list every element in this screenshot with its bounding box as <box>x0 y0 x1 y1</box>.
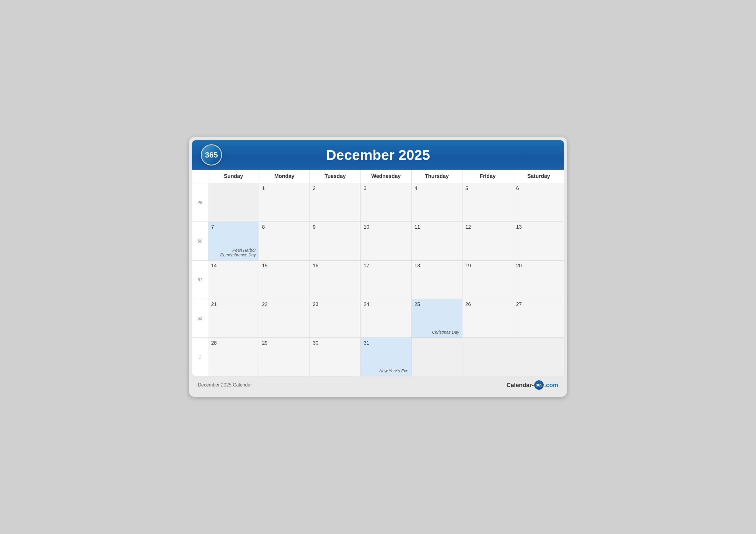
day-cell[interactable]: 5 <box>463 183 513 221</box>
day-number: 22 <box>262 301 307 307</box>
day-number: 26 <box>465 301 510 307</box>
day-number: 9 <box>313 224 357 230</box>
day-cell[interactable]: 19 <box>463 261 513 299</box>
day-number: 2 <box>313 186 357 191</box>
week-number: 52 <box>192 299 208 338</box>
day-number: 28 <box>211 340 256 346</box>
day-cell[interactable]: 9 <box>310 222 361 260</box>
header-title: December 2025 <box>222 147 534 163</box>
day-cell[interactable]: 3 <box>361 183 411 221</box>
brand-prefix: Calendar- <box>506 382 534 389</box>
day-cell[interactable]: 11 <box>412 222 463 260</box>
calendar-inner: 365 December 2025 SundayMondayTuesdayWed… <box>192 140 564 376</box>
day-cell[interactable]: 27 <box>513 299 564 338</box>
day-cell[interactable]: 18 <box>412 261 463 299</box>
calendar-row: 5114151617181920 <box>192 261 564 299</box>
day-cell[interactable]: 25Christmas Day <box>412 299 463 338</box>
week-number: 1 <box>192 338 208 376</box>
dow-cell-saturday: Saturday <box>513 170 564 183</box>
day-cell[interactable]: 20 <box>513 261 564 299</box>
day-number: 29 <box>262 340 307 346</box>
day-cell[interactable]: 1 <box>259 183 310 221</box>
day-cell[interactable]: 2 <box>310 183 361 221</box>
day-number: 20 <box>516 263 561 269</box>
day-cell[interactable]: 15 <box>259 261 310 299</box>
day-number: 4 <box>415 186 459 191</box>
day-cell[interactable]: 12 <box>463 222 513 260</box>
day-cell[interactable]: 26 <box>463 299 513 338</box>
calendar-grid: 49123456507Pearl Harbor Remembrance Day8… <box>192 183 564 376</box>
calendar-row: 522122232425Christmas Day2627 <box>192 299 564 338</box>
day-number: 31 <box>364 340 408 346</box>
day-cell[interactable]: 13 <box>513 222 564 260</box>
day-number: 11 <box>415 224 459 230</box>
day-number: 13 <box>516 224 561 230</box>
week-spacer <box>192 170 208 183</box>
day-cell[interactable] <box>412 338 463 376</box>
logo-circle: 365 <box>201 144 222 165</box>
day-number: 14 <box>211 263 256 269</box>
day-number: 25 <box>415 301 459 307</box>
day-cell[interactable]: 23 <box>310 299 361 338</box>
dow-cell-friday: Friday <box>463 170 513 183</box>
day-number: 24 <box>364 301 408 307</box>
day-number: 27 <box>516 301 561 307</box>
day-number: 15 <box>262 263 307 269</box>
day-number: 6 <box>516 186 561 191</box>
day-cell[interactable]: 17 <box>361 261 411 299</box>
day-cell[interactable]: 22 <box>259 299 310 338</box>
day-cell[interactable]: 8 <box>259 222 310 260</box>
footer-brand: Calendar- 365 .com <box>506 380 558 390</box>
footer-label: December 2025 Calendar <box>198 382 252 388</box>
day-number: 3 <box>364 186 408 191</box>
dow-cell-tuesday: Tuesday <box>310 170 361 183</box>
calendar-footer: December 2025 Calendar Calendar- 365 .co… <box>192 376 564 394</box>
dow-cell-sunday: Sunday <box>208 170 259 183</box>
day-cell[interactable]: 16 <box>310 261 361 299</box>
day-cell[interactable]: 30 <box>310 338 361 376</box>
week-number: 51 <box>192 261 208 299</box>
dow-cell-thursday: Thursday <box>412 170 463 183</box>
day-cell[interactable]: 4 <box>412 183 463 221</box>
brand-suffix: .com <box>544 382 558 389</box>
brand-365: 365 <box>534 380 544 390</box>
day-number: 16 <box>313 263 357 269</box>
day-number: 7 <box>211 224 256 230</box>
day-number: 5 <box>465 186 510 191</box>
day-cell[interactable] <box>463 338 513 376</box>
day-event: Pearl Harbor Remembrance Day <box>208 248 256 257</box>
day-cell[interactable]: 24 <box>361 299 411 338</box>
day-cell[interactable]: 7Pearl Harbor Remembrance Day <box>208 222 259 260</box>
day-event: New Year's Eve <box>379 369 408 373</box>
day-number: 10 <box>364 224 408 230</box>
day-event: Christmas Day <box>432 330 459 335</box>
dow-cell-monday: Monday <box>259 170 310 183</box>
week-number: 49 <box>192 183 208 221</box>
day-cell[interactable]: 14 <box>208 261 259 299</box>
day-number: 23 <box>313 301 357 307</box>
day-number: 30 <box>313 340 357 346</box>
day-number: 21 <box>211 301 256 307</box>
day-cell[interactable]: 29 <box>259 338 310 376</box>
day-cell[interactable]: 31New Year's Eve <box>361 338 411 376</box>
day-number: 12 <box>465 224 510 230</box>
day-number: 1 <box>262 186 307 191</box>
day-cell[interactable] <box>513 338 564 376</box>
day-cell[interactable]: 10 <box>361 222 411 260</box>
day-cell[interactable]: 6 <box>513 183 564 221</box>
calendar-row: 49123456 <box>192 183 564 222</box>
day-cell[interactable]: 28 <box>208 338 259 376</box>
calendar-header: 365 December 2025 <box>192 140 564 170</box>
calendar-wrapper: 365 December 2025 SundayMondayTuesdayWed… <box>189 137 567 397</box>
dow-row: SundayMondayTuesdayWednesdayThursdayFrid… <box>192 170 564 183</box>
day-number: 19 <box>465 263 510 269</box>
calendar-row: 128293031New Year's Eve <box>192 338 564 376</box>
day-number: 18 <box>415 263 459 269</box>
day-number: 8 <box>262 224 307 230</box>
day-cell[interactable] <box>208 183 259 221</box>
dow-cell-wednesday: Wednesday <box>361 170 411 183</box>
calendar-row: 507Pearl Harbor Remembrance Day891011121… <box>192 222 564 261</box>
day-cell[interactable]: 21 <box>208 299 259 338</box>
day-number: 17 <box>364 263 408 269</box>
week-number: 50 <box>192 222 208 260</box>
